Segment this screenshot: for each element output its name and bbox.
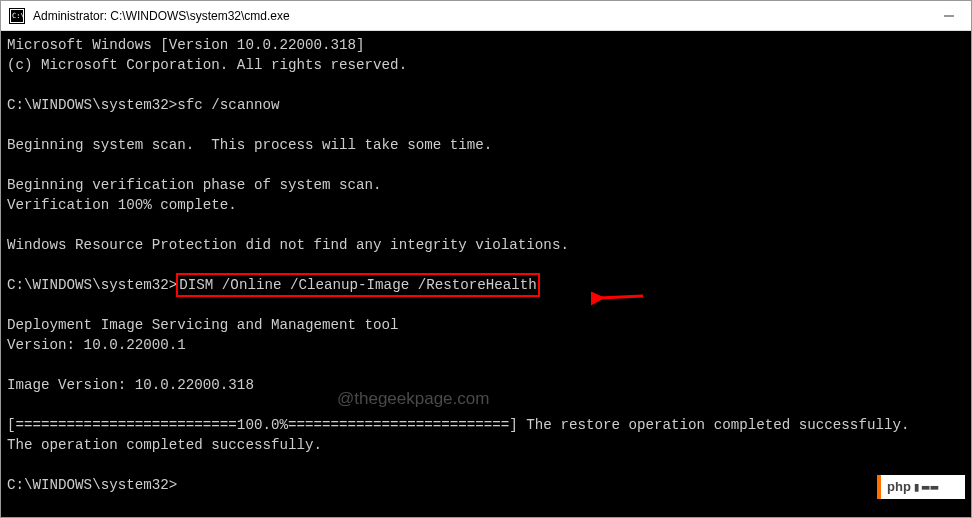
terminal-line: The operation completed successfully. xyxy=(7,437,322,453)
terminal-line: Deployment Image Servicing and Managemen… xyxy=(7,317,399,333)
minimize-button[interactable] xyxy=(935,6,963,26)
command-sfc: sfc /scannow xyxy=(177,97,279,113)
badge-decoration: ▮▬▬ xyxy=(913,477,939,497)
terminal-line: Verification 100% complete. xyxy=(7,197,237,213)
annotation-arrow-icon xyxy=(591,288,647,308)
progress-line: [==========================100.0%=======… xyxy=(7,417,909,433)
terminal-line: Beginning system scan. This process will… xyxy=(7,137,492,153)
window-title: Administrator: C:\WINDOWS\system32\cmd.e… xyxy=(33,9,935,23)
terminal-line: Image Version: 10.0.22000.318 xyxy=(7,377,254,393)
highlighted-command: DISM /Online /Cleanup-Image /RestoreHeal… xyxy=(176,273,540,297)
badge-text: php xyxy=(887,477,911,497)
terminal-line: Microsoft Windows [Version 10.0.22000.31… xyxy=(7,37,365,53)
window-controls xyxy=(935,6,963,26)
terminal-line: Windows Resource Protection did not find… xyxy=(7,237,569,253)
titlebar[interactable]: C:\ Administrator: C:\WINDOWS\system32\c… xyxy=(1,1,971,31)
site-badge: php▮▬▬ xyxy=(877,475,965,499)
terminal-line: Version: 10.0.22000.1 xyxy=(7,337,186,353)
prompt-idle: C:\WINDOWS\system32> xyxy=(7,477,177,493)
cmd-icon: C:\ xyxy=(9,8,25,24)
svg-line-5 xyxy=(599,296,643,298)
watermark-text: @thegeekpage.com xyxy=(337,389,489,409)
prompt-prefix: C:\WINDOWS\system32> xyxy=(7,277,177,293)
prompt-prefix: C:\WINDOWS\system32> xyxy=(7,97,177,113)
svg-text:C:\: C:\ xyxy=(12,12,25,20)
terminal-line: Beginning verification phase of system s… xyxy=(7,177,382,193)
command-dism: DISM /Online /Cleanup-Image /RestoreHeal… xyxy=(179,277,537,293)
terminal-output[interactable]: Microsoft Windows [Version 10.0.22000.31… xyxy=(1,31,971,518)
terminal-line: (c) Microsoft Corporation. All rights re… xyxy=(7,57,407,73)
